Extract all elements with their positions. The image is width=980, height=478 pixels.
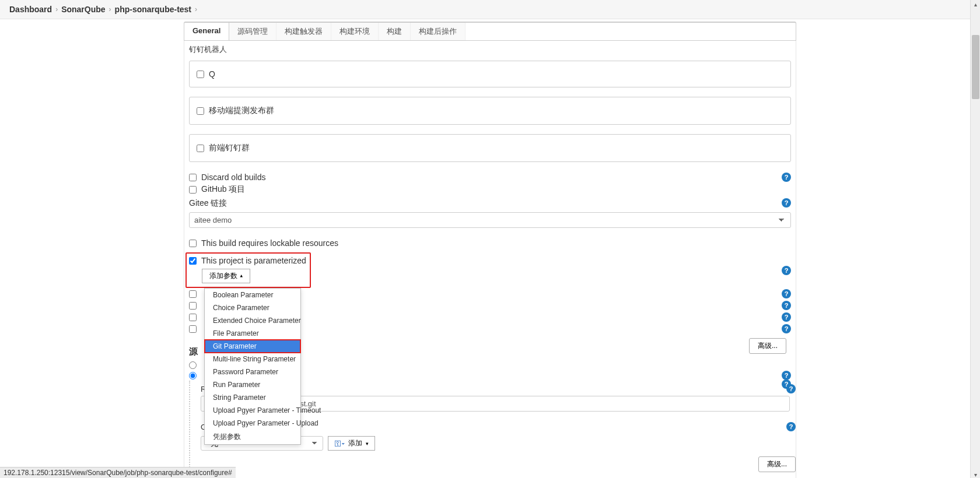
chevron-right-icon: › — [109, 5, 111, 13]
advanced-repo-button[interactable]: 高级... — [758, 456, 796, 472]
form-area: 钉钉机器人 Q 移动端提测发布群 前端钉钉群 Discard old build… — [184, 41, 796, 478]
help-icon[interactable]: ? — [782, 312, 791, 322]
help-icon[interactable]: ? — [782, 266, 791, 275]
crumb-sonarqube[interactable]: SonarQube — [61, 5, 105, 14]
menu-extended-choice-parameter[interactable]: Extended Choice Parameter — [205, 314, 300, 327]
hidden-checkbox-1[interactable] — [189, 290, 197, 298]
caret-up-icon: ▾ — [240, 273, 243, 279]
parameterized-highlight: This project is parameterized 添加参数 ▾ — [186, 252, 311, 288]
robot-row-q[interactable]: Q — [189, 61, 791, 87]
parameterized-label: This project is parameterized — [201, 256, 306, 265]
menu-credential-parameter[interactable]: 凭据参数 — [205, 430, 300, 444]
robot-label: Q — [209, 69, 215, 79]
menu-git-parameter[interactable]: Git Parameter — [205, 340, 300, 353]
status-bar: 192.178.1.250:12315/view/SonarQube/job/p… — [0, 467, 236, 478]
menu-multiline-string-parameter[interactable]: Multi-line String Parameter — [205, 353, 300, 365]
robot-label: 前端钉钉群 — [209, 143, 250, 153]
tab-postbuild[interactable]: 构建后操作 — [411, 23, 466, 40]
help-icon[interactable]: ? — [782, 371, 791, 380]
caret-down-icon: ▾ — [366, 441, 369, 447]
menu-choice-parameter[interactable]: Choice Parameter — [205, 301, 300, 314]
help-icon[interactable]: ? — [782, 173, 791, 182]
scm-radio-none[interactable] — [189, 361, 197, 369]
parameter-type-menu: Boolean Parameter Choice Parameter Exten… — [204, 288, 301, 445]
crumb-job[interactable]: php-sonarqube-test — [115, 5, 191, 14]
help-icon[interactable]: ? — [782, 324, 791, 333]
advanced-button[interactable]: 高级... — [749, 338, 786, 354]
add-credentials-label: 添加 — [348, 438, 362, 448]
scroll-down-icon[interactable]: ▾ — [973, 472, 978, 477]
github-project-checkbox[interactable] — [189, 186, 197, 194]
menu-file-parameter[interactable]: File Parameter — [205, 327, 300, 340]
breadcrumb: Dashboard › SonarQube › php-sonarqube-te… — [0, 0, 980, 19]
menu-run-parameter[interactable]: Run Parameter — [205, 378, 300, 391]
help-icon[interactable]: ? — [782, 198, 791, 208]
discard-old-builds-checkbox[interactable] — [189, 174, 197, 181]
robot-checkbox-frontend[interactable] — [197, 145, 204, 152]
help-icon[interactable]: ? — [782, 289, 791, 298]
lockable-label: This build requires lockable resources — [201, 238, 338, 248]
menu-password-parameter[interactable]: Password Parameter — [205, 365, 300, 378]
tab-scm[interactable]: 源码管理 — [229, 23, 276, 40]
help-icon[interactable]: ? — [786, 422, 796, 431]
robot-checkbox-mobile[interactable] — [197, 107, 204, 115]
gitee-link-label: Gitee 链接 — [189, 198, 227, 209]
menu-string-parameter[interactable]: String Parameter — [205, 391, 300, 404]
tab-triggers[interactable]: 构建触发器 — [276, 23, 331, 40]
hidden-checkbox-4[interactable] — [189, 325, 197, 333]
help-icon[interactable]: ? — [786, 384, 796, 393]
menu-pgyer-timeout[interactable]: Upload Pgyer Parameter - Timeout — [205, 404, 300, 417]
scm-radio-git[interactable] — [189, 372, 197, 379]
config-tabs: General 源码管理 构建触发器 构建环境 构建 构建后操作 — [184, 22, 796, 41]
robot-row-frontend[interactable]: 前端钉钉群 — [189, 134, 791, 162]
help-icon[interactable]: ? — [782, 301, 791, 310]
menu-boolean-parameter[interactable]: Boolean Parameter — [205, 289, 300, 301]
add-parameter-button[interactable]: 添加参数 ▾ — [202, 269, 250, 283]
chevron-right-icon: › — [195, 5, 197, 13]
gitee-link-select[interactable]: aitee demo — [189, 212, 791, 228]
github-project-label: GitHub 项目 — [201, 184, 245, 195]
chevron-right-icon: › — [55, 5, 58, 13]
tab-general[interactable]: General — [184, 23, 229, 40]
parameterized-checkbox[interactable] — [189, 257, 197, 265]
hidden-checkbox-3[interactable] — [189, 314, 197, 321]
robot-label: 移动端提测发布群 — [209, 106, 274, 116]
scroll-up-icon[interactable]: ▴ — [973, 1, 978, 6]
add-credentials-button[interactable]: ⚿▾ 添加 ▾ — [328, 436, 375, 451]
dingtalk-heading: 钉钉机器人 — [184, 41, 796, 58]
discard-old-builds-label: Discard old builds — [201, 173, 266, 182]
add-parameter-label: 添加参数 — [209, 271, 237, 281]
crumb-dashboard[interactable]: Dashboard — [9, 5, 52, 14]
key-icon: ⚿▾ — [334, 440, 345, 448]
scrollbar-vertical[interactable]: ▴ ▾ — [970, 0, 980, 478]
robot-row-mobile[interactable]: 移动端提测发布群 — [189, 97, 791, 125]
lockable-checkbox[interactable] — [189, 240, 197, 247]
hidden-checkbox-2[interactable] — [189, 302, 197, 310]
tab-build[interactable]: 构建 — [379, 23, 411, 40]
menu-pgyer-upload[interactable]: Upload Pgyer Parameter - Upload — [205, 417, 300, 430]
scroll-thumb[interactable] — [972, 35, 979, 99]
robot-checkbox-q[interactable] — [197, 71, 204, 78]
tab-env[interactable]: 构建环境 — [331, 23, 379, 40]
